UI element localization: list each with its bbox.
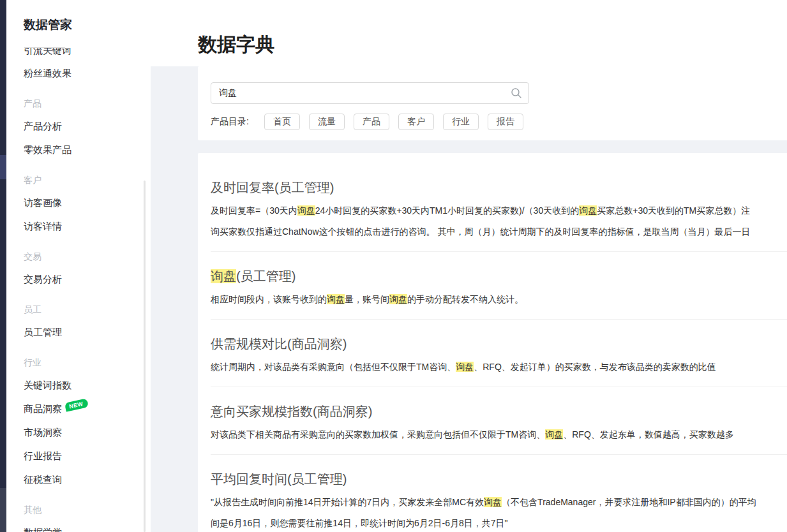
result-title: 询盘(员工管理)	[211, 267, 787, 285]
text-segment: 、RFQ、发起订单）的买家数，与发布该品类的卖家数的比值	[474, 362, 716, 372]
sidebar-item-label: 数据学堂	[24, 527, 62, 532]
results-list: 及时回复率(员工管理)及时回复率=（30天内询盘24小时回复的买家数+30天内T…	[211, 163, 787, 532]
sidebar-item-访客画像[interactable]: 访客画像	[24, 191, 151, 215]
search-icon[interactable]	[511, 87, 522, 99]
search-highlight: 询盘	[579, 205, 597, 216]
text-segment: 24小时回复的买家数+30天内TM1小时回复的买家数)/（30天收到的	[315, 205, 579, 216]
sidebar-item-label: 关键词指数	[24, 380, 71, 392]
search-highlight: 询盘	[297, 205, 315, 216]
sidebar-group-header: 产品	[24, 93, 151, 115]
sidebar-group-header: 行业	[24, 352, 151, 374]
sidebar-group-header: 员工	[24, 299, 151, 321]
rail-active-indicator	[0, 155, 6, 179]
catalog-label: 产品目录:	[211, 116, 249, 128]
catalog-button-产品[interactable]: 产品	[354, 114, 389, 130]
text-segment: 、RFQ、发起东单，数值越高，买家数越多	[563, 429, 734, 440]
text-segment: 及时回复率=（30天内	[211, 205, 297, 216]
results-card: 及时回复率(员工管理)及时回复率=（30天内询盘24小时回复的买家数+30天内T…	[198, 153, 787, 532]
result-item: 及时回复率(员工管理)及时回复率=（30天内询盘24小时回复的买家数+30天内T…	[211, 163, 787, 252]
text-segment: 间是6月16日，则您需要往前推14日，即统计时间为6月2日-6月8日，共7日"	[211, 518, 508, 528]
sidebar-item-label: 粉丝通效果	[24, 68, 71, 80]
sidebar-item-label: 零效果产品	[24, 144, 71, 156]
catalog-buttons: 首页流量产品客户行业报告	[255, 114, 523, 130]
sidebar-nav: 粉丝通效果产品产品分析零效果产品客户访客画像访客详情交易交易分析员工员工管理行业…	[6, 62, 151, 532]
sidebar-item-label: 访客详情	[24, 221, 62, 233]
result-item: 意向买家规模指数(商品洞察)对该品类下相关商品有采购意向的买家数加权值，采购意向…	[211, 387, 787, 455]
sidebar-item-label: 交易分析	[24, 274, 62, 286]
sidebar-item-label: 行业报告	[24, 450, 62, 462]
result-item: 询盘(员工管理)相应时间段内，该账号收到的询盘量，账号间询盘的手动分配转发不纳入…	[211, 252, 787, 320]
text-segment: 统计周期内，对该品类有采购意向（包括但不仅限于TM咨询、	[211, 362, 456, 372]
search-box	[211, 82, 529, 104]
result-title: 及时回复率(员工管理)	[211, 179, 787, 196]
new-badge: NEW	[64, 398, 89, 411]
sidebar-item-关键词指数[interactable]: 关键词指数	[24, 374, 151, 397]
text-segment: 及时回复率(员工管理)	[211, 181, 334, 195]
sidebar-item-产品分析[interactable]: 产品分析	[24, 115, 151, 138]
sidebar-item-label: 商品洞察	[24, 403, 62, 415]
search-card: 产品目录: 首页流量产品客户行业报告	[198, 66, 787, 140]
sidebar-item-label: 征税查询	[24, 474, 62, 486]
sidebar-group-header: 其他	[24, 499, 151, 521]
text-segment: 买家总数+30天收到的TM买家总数）注	[597, 205, 750, 216]
sidebar: 数据管家 引流关键词 粉丝通效果产品产品分析零效果产品客户访客画像访客详情交易交…	[6, 0, 151, 532]
text-segment: 量，账号间	[345, 294, 389, 304]
sidebar-item-员工管理[interactable]: 员工管理	[24, 321, 151, 344]
result-body-line: "从报告生成时间向前推14日开始计算的7日内，买家发来全部MC有效询盘（不包含T…	[211, 492, 787, 513]
sidebar-item-访客详情[interactable]: 访客详情	[24, 215, 151, 239]
sidebar-scrollbar-thumb[interactable]	[144, 181, 146, 532]
result-title: 供需规模对比(商品洞察)	[211, 335, 787, 353]
sidebar-group-header: 交易	[24, 246, 151, 268]
sidebar-item-商品洞察[interactable]: 商品洞察NEW	[24, 397, 151, 421]
rail-bottom-segment	[0, 488, 6, 532]
text-segment: "从报告生成时间向前推14日开始计算的7日内，买家发来全部MC有效	[211, 497, 484, 507]
sidebar-item-粉丝通效果[interactable]: 粉丝通效果	[24, 62, 151, 85]
sidebar-item-label: 访客画像	[24, 197, 62, 209]
text-segment: 供需规模对比(商品洞察)	[211, 337, 347, 351]
sidebar-item-行业报告[interactable]: 行业报告	[24, 445, 151, 468]
result-body-line: 统计周期内，对该品类有采购意向（包括但不仅限于TM咨询、询盘、RFQ、发起订单）…	[211, 357, 787, 378]
sidebar-item-label: 产品分析	[24, 121, 62, 133]
text-segment: 的手动分配转发不纳入统计。	[407, 294, 523, 304]
search-highlight: 询盘	[211, 269, 236, 283]
search-highlight: 询盘	[389, 294, 407, 304]
result-body-line: 对该品类下相关商品有采购意向的买家数加权值，采购意向包括但不仅限于TM咨询、询盘…	[211, 424, 787, 445]
result-body-line: 询买家数仅指通过ChatNow这个按钮的点击进行的咨询。 其中，周（月）统计周期…	[211, 221, 787, 242]
sidebar-item-label: 引流关键词	[24, 48, 151, 57]
result-body-line: 及时回复率=（30天内询盘24小时回复的买家数+30天内TM1小时回复的买家数)…	[211, 200, 787, 221]
catalog-button-客户[interactable]: 客户	[398, 114, 434, 130]
sidebar-item-label: 员工管理	[24, 327, 62, 339]
search-highlight: 询盘	[456, 362, 474, 372]
text-segment: 相应时间段内，该账号收到的	[211, 294, 327, 304]
catalog-button-行业[interactable]: 行业	[443, 114, 479, 130]
sidebar-item-数据学堂[interactable]: 数据学堂	[24, 521, 151, 532]
sidebar-item-clipped[interactable]: 引流关键词	[24, 48, 151, 58]
catalog-button-流量[interactable]: 流量	[309, 114, 345, 130]
sidebar-item-交易分析[interactable]: 交易分析	[24, 268, 151, 292]
result-item: 平均回复时间(员工管理)"从报告生成时间向前推14日开始计算的7日内，买家发来全…	[211, 455, 787, 532]
result-body-line: 相应时间段内，该账号收到的询盘量，账号间询盘的手动分配转发不纳入统计。	[211, 289, 787, 310]
text-segment: 询买家数仅指通过ChatNow这个按钮的点击进行的咨询。 其中，周（月）统计周期…	[211, 226, 750, 237]
search-highlight: 询盘	[484, 497, 502, 507]
sidebar-item-label: 市场洞察	[24, 427, 62, 439]
text-segment: 意向买家规模指数(商品洞察)	[211, 404, 372, 418]
sidebar-item-市场洞察[interactable]: 市场洞察	[24, 421, 151, 445]
catalog-row: 产品目录: 首页流量产品客户行业报告	[211, 114, 787, 130]
text-segment: 对该品类下相关商品有采购意向的买家数加权值，采购意向包括但不仅限于TM咨询、	[211, 429, 545, 440]
sidebar-group-header: 客户	[24, 170, 151, 191]
sidebar-title: 数据管家	[24, 17, 151, 33]
page-title: 数据字典	[151, 0, 787, 58]
sidebar-item-零效果产品[interactable]: 零效果产品	[24, 138, 151, 162]
result-title: 平均回复时间(员工管理)	[211, 470, 787, 488]
text-segment: (员工管理)	[236, 269, 296, 283]
catalog-button-报告[interactable]: 报告	[488, 114, 523, 130]
result-title: 意向买家规模指数(商品洞察)	[211, 403, 787, 420]
catalog-button-首页[interactable]: 首页	[264, 114, 300, 130]
text-segment: （不包含TradeManager，并要求注册地和IP都非国内的）的平均	[502, 497, 756, 507]
text-segment: 平均回复时间(员工管理)	[211, 472, 347, 486]
sidebar-item-征税查询[interactable]: 征税查询	[24, 468, 151, 492]
search-input[interactable]	[211, 82, 529, 104]
search-highlight: 询盘	[327, 294, 345, 304]
page-header: 数据字典	[151, 0, 787, 66]
result-item: 供需规模对比(商品洞察)统计周期内，对该品类有采购意向（包括但不仅限于TM咨询、…	[211, 320, 787, 387]
